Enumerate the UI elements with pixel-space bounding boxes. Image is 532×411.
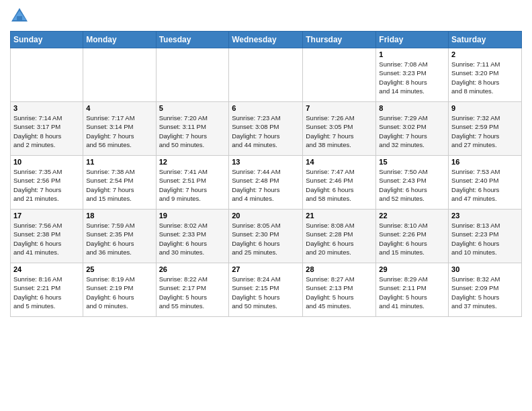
calendar-cell-3-5: 22Sunrise: 8:10 AMSunset: 2:26 PMDayligh… — [376, 210, 449, 263]
calendar-cell-2-4: 14Sunrise: 7:47 AMSunset: 2:46 PMDayligh… — [303, 156, 376, 210]
calendar-header-row: SundayMondayTuesdayWednesdayThursdayFrid… — [11, 32, 522, 48]
day-number: 24 — [13, 265, 80, 273]
week-row-2: 10Sunrise: 7:35 AMSunset: 2:56 PMDayligh… — [11, 156, 522, 210]
day-number: 7 — [306, 104, 373, 112]
day-number: 21 — [306, 212, 373, 220]
day-info: Sunrise: 8:19 AMSunset: 2:19 PMDaylight:… — [86, 275, 152, 310]
day-number: 15 — [379, 158, 445, 166]
day-number: 29 — [379, 265, 445, 273]
calendar-cell-4-6: 30Sunrise: 8:32 AMSunset: 2:09 PMDayligh… — [449, 263, 522, 317]
calendar-cell-2-3: 13Sunrise: 7:44 AMSunset: 2:48 PMDayligh… — [229, 156, 303, 210]
svg-rect-2 — [17, 16, 22, 21]
day-number: 28 — [306, 265, 373, 273]
calendar-cell-1-0: 3Sunrise: 7:14 AMSunset: 3:17 PMDaylight… — [11, 102, 83, 156]
calendar-cell-0-0 — [11, 48, 83, 102]
day-number: 9 — [451, 104, 519, 112]
day-info: Sunrise: 7:08 AMSunset: 3:23 PMDaylight:… — [379, 60, 445, 95]
calendar-cell-4-5: 29Sunrise: 8:29 AMSunset: 2:11 PMDayligh… — [376, 263, 449, 317]
calendar-cell-3-2: 19Sunrise: 8:02 AMSunset: 2:33 PMDayligh… — [156, 210, 229, 263]
day-number: 13 — [232, 158, 300, 166]
calendar-cell-1-5: 8Sunrise: 7:29 AMSunset: 3:02 PMDaylight… — [376, 102, 449, 156]
calendar-cell-3-0: 17Sunrise: 7:56 AMSunset: 2:38 PMDayligh… — [11, 210, 83, 263]
calendar-cell-2-0: 10Sunrise: 7:35 AMSunset: 2:56 PMDayligh… — [11, 156, 83, 210]
day-info: Sunrise: 7:20 AMSunset: 3:11 PMDaylight:… — [159, 113, 226, 149]
day-number: 1 — [379, 50, 445, 58]
day-number: 2 — [451, 50, 519, 58]
day-info: Sunrise: 7:59 AMSunset: 2:35 PMDaylight:… — [86, 221, 152, 257]
calendar-header-thursday: Thursday — [303, 32, 376, 48]
day-info: Sunrise: 7:23 AMSunset: 3:08 PMDaylight:… — [232, 113, 300, 149]
day-info: Sunrise: 8:13 AMSunset: 2:23 PMDaylight:… — [451, 221, 519, 257]
calendar-cell-4-4: 28Sunrise: 8:27 AMSunset: 2:13 PMDayligh… — [303, 263, 376, 317]
calendar-header-saturday: Saturday — [449, 32, 522, 48]
day-number: 3 — [13, 104, 80, 112]
week-row-1: 3Sunrise: 7:14 AMSunset: 3:17 PMDaylight… — [11, 102, 522, 156]
logo-icon — [10, 7, 29, 26]
day-info: Sunrise: 7:38 AMSunset: 2:54 PMDaylight:… — [86, 167, 152, 203]
day-number: 26 — [159, 265, 226, 273]
day-info: Sunrise: 7:29 AMSunset: 3:02 PMDaylight:… — [379, 113, 445, 149]
day-number: 22 — [379, 212, 445, 220]
calendar-header-monday: Monday — [83, 32, 156, 48]
calendar-cell-0-4 — [303, 48, 376, 102]
day-info: Sunrise: 7:35 AMSunset: 2:56 PMDaylight:… — [13, 167, 80, 203]
day-info: Sunrise: 7:11 AMSunset: 3:20 PMDaylight:… — [451, 60, 519, 95]
day-number: 19 — [159, 212, 226, 220]
week-row-0: 1Sunrise: 7:08 AMSunset: 3:23 PMDaylight… — [11, 48, 522, 102]
day-info: Sunrise: 7:47 AMSunset: 2:46 PMDaylight:… — [306, 167, 373, 203]
logo — [10, 7, 32, 26]
week-row-3: 17Sunrise: 7:56 AMSunset: 2:38 PMDayligh… — [11, 210, 522, 263]
day-info: Sunrise: 7:53 AMSunset: 2:40 PMDaylight:… — [451, 167, 519, 203]
day-info: Sunrise: 8:22 AMSunset: 2:17 PMDaylight:… — [159, 275, 226, 310]
calendar-header-tuesday: Tuesday — [156, 32, 229, 48]
day-info: Sunrise: 8:02 AMSunset: 2:33 PMDaylight:… — [159, 221, 226, 257]
calendar-cell-0-1 — [83, 48, 156, 102]
day-info: Sunrise: 8:32 AMSunset: 2:09 PMDaylight:… — [451, 275, 519, 310]
calendar-cell-4-0: 24Sunrise: 8:16 AMSunset: 2:21 PMDayligh… — [11, 263, 83, 317]
day-number: 4 — [86, 104, 152, 112]
calendar-cell-0-5: 1Sunrise: 7:08 AMSunset: 3:23 PMDaylight… — [376, 48, 449, 102]
calendar-cell-4-2: 26Sunrise: 8:22 AMSunset: 2:17 PMDayligh… — [156, 263, 229, 317]
header — [10, 7, 522, 26]
day-info: Sunrise: 8:16 AMSunset: 2:21 PMDaylight:… — [13, 275, 80, 310]
calendar-cell-1-1: 4Sunrise: 7:17 AMSunset: 3:14 PMDaylight… — [83, 102, 156, 156]
day-info: Sunrise: 8:24 AMSunset: 2:15 PMDaylight:… — [232, 275, 300, 310]
calendar-cell-1-3: 6Sunrise: 7:23 AMSunset: 3:08 PMDaylight… — [229, 102, 303, 156]
calendar-cell-2-2: 12Sunrise: 7:41 AMSunset: 2:51 PMDayligh… — [156, 156, 229, 210]
day-number: 25 — [86, 265, 152, 273]
week-row-4: 24Sunrise: 8:16 AMSunset: 2:21 PMDayligh… — [11, 263, 522, 317]
day-info: Sunrise: 8:10 AMSunset: 2:26 PMDaylight:… — [379, 221, 445, 257]
day-info: Sunrise: 8:05 AMSunset: 2:30 PMDaylight:… — [232, 221, 300, 257]
calendar-cell-3-3: 20Sunrise: 8:05 AMSunset: 2:30 PMDayligh… — [229, 210, 303, 263]
calendar-cell-1-4: 7Sunrise: 7:26 AMSunset: 3:05 PMDaylight… — [303, 102, 376, 156]
calendar-cell-3-6: 23Sunrise: 8:13 AMSunset: 2:23 PMDayligh… — [449, 210, 522, 263]
day-number: 8 — [379, 104, 445, 112]
day-info: Sunrise: 7:26 AMSunset: 3:05 PMDaylight:… — [306, 113, 373, 149]
day-number: 12 — [159, 158, 226, 166]
calendar-cell-0-2 — [156, 48, 229, 102]
day-number: 23 — [451, 212, 519, 220]
day-number: 20 — [232, 212, 300, 220]
day-info: Sunrise: 7:44 AMSunset: 2:48 PMDaylight:… — [232, 167, 300, 203]
calendar-cell-4-1: 25Sunrise: 8:19 AMSunset: 2:19 PMDayligh… — [83, 263, 156, 317]
day-info: Sunrise: 7:14 AMSunset: 3:17 PMDaylight:… — [13, 113, 80, 149]
calendar-cell-2-1: 11Sunrise: 7:38 AMSunset: 2:54 PMDayligh… — [83, 156, 156, 210]
calendar-header-sunday: Sunday — [11, 32, 83, 48]
day-info: Sunrise: 7:41 AMSunset: 2:51 PMDaylight:… — [159, 167, 226, 203]
day-number: 27 — [232, 265, 300, 273]
calendar-cell-3-4: 21Sunrise: 8:08 AMSunset: 2:28 PMDayligh… — [303, 210, 376, 263]
day-number: 30 — [451, 265, 519, 273]
day-info: Sunrise: 7:17 AMSunset: 3:14 PMDaylight:… — [86, 113, 152, 149]
calendar-cell-2-5: 15Sunrise: 7:50 AMSunset: 2:43 PMDayligh… — [376, 156, 449, 210]
calendar-header-wednesday: Wednesday — [229, 32, 303, 48]
page: SundayMondayTuesdayWednesdayThursdayFrid… — [0, 0, 532, 411]
calendar-cell-0-3 — [229, 48, 303, 102]
day-info: Sunrise: 7:32 AMSunset: 2:59 PMDaylight:… — [451, 113, 519, 149]
day-number: 11 — [86, 158, 152, 166]
day-number: 17 — [13, 212, 80, 220]
calendar-cell-1-6: 9Sunrise: 7:32 AMSunset: 2:59 PMDaylight… — [449, 102, 522, 156]
day-number: 18 — [86, 212, 152, 220]
day-number: 6 — [232, 104, 300, 112]
calendar-cell-4-3: 27Sunrise: 8:24 AMSunset: 2:15 PMDayligh… — [229, 263, 303, 317]
day-info: Sunrise: 7:56 AMSunset: 2:38 PMDaylight:… — [13, 221, 80, 257]
